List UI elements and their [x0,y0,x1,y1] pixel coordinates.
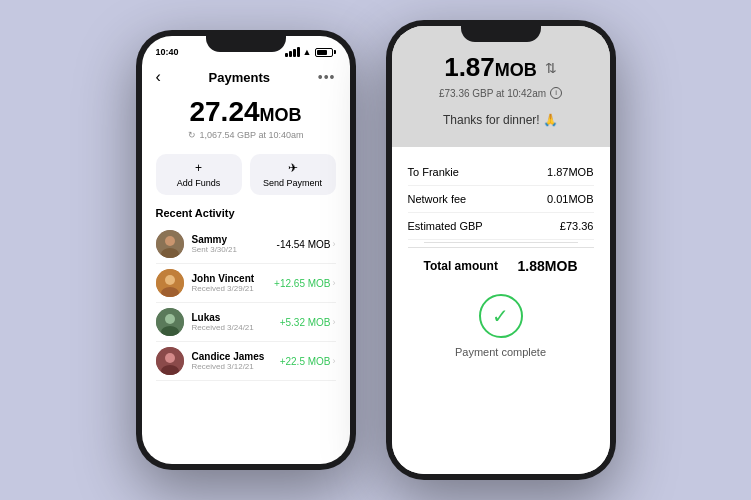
activity-info: John Vincent Received 3/29/21 [192,273,275,293]
payment-main-amount: 1.87MOB [444,52,537,83]
notch-left [206,30,286,52]
balance-amount: 27.24MOB [142,96,350,128]
activity-amount: +5.32 MOB [280,317,331,328]
send-payment-label: Send Payment [263,178,322,188]
signal-bar-2 [289,51,292,57]
chevron-right-icon: › [333,278,336,288]
balance-currency: MOB [260,105,302,125]
avatar-candice-img [156,347,184,375]
activity-info: Lukas Received 3/24/21 [192,312,280,332]
recent-activity-section: Recent Activity Sammy Sent 3/ [142,203,350,387]
payment-amount-number: 1.87 [444,52,495,82]
wifi-icon: ▲ [303,47,312,57]
avatar [156,269,184,297]
detail-row: Estimated GBP £73.36 [408,213,594,240]
action-buttons: + Add Funds ✈ Send Payment [142,148,350,203]
svg-point-1 [165,236,175,246]
complete-section: ✓ Payment complete [408,282,594,374]
payment-complete-screen: 1.87MOB ⇅ £73.36 GBP at 10:42am i Thanks… [392,26,610,474]
activity-amount: +22.5 MOB [280,356,331,367]
avatar [156,308,184,336]
avatar-john-img [156,269,184,297]
detail-row: Network fee 0.01MOB [408,186,594,213]
battery-tip [334,50,336,54]
activity-date: Received 3/24/21 [192,323,280,332]
detail-value: £73.36 [560,220,594,232]
right-phone: 1.87MOB ⇅ £73.36 GBP at 10:42am i Thanks… [386,20,616,480]
detail-label: To Frankie [408,166,459,178]
payment-details: To Frankie 1.87MOB Network fee 0.01MOB E… [392,147,610,474]
chevron-right-icon: › [333,356,336,366]
list-item[interactable]: John Vincent Received 3/29/21 +12.65 MOB… [156,264,336,303]
status-icons: ▲ [285,47,336,57]
list-item[interactable]: Candice James Received 3/12/21 +22.5 MOB… [156,342,336,381]
more-options-button[interactable]: ••• [318,69,336,85]
send-payment-button[interactable]: ✈ Send Payment [250,154,336,195]
payments-screen: 10:40 ▲ [142,36,350,464]
sort-icon: ⇅ [545,60,557,76]
detail-label: Estimated GBP [408,220,483,232]
payment-amount-header: 1.87MOB ⇅ [408,52,594,83]
total-row: Total amount 1.88MOB [408,247,594,282]
activity-amount: +12.65 MOB [274,278,330,289]
avatar [156,230,184,258]
screen-title: Payments [209,70,270,85]
activity-info: Candice James Received 3/12/21 [192,351,280,371]
payment-complete-label: Payment complete [424,346,578,358]
activity-info: Sammy Sent 3/30/21 [192,234,277,254]
activity-name: John Vincent [192,273,275,284]
left-phone: 10:40 ▲ [136,30,356,470]
info-icon[interactable]: i [550,87,562,99]
total-value: 1.88MOB [518,258,578,274]
add-funds-label: Add Funds [177,178,221,188]
balance-section: 27.24MOB ↻ 1,067.54 GBP at 10:40am [142,92,350,148]
activity-date: Received 3/29/21 [192,284,275,293]
activity-amount: -14.54 MOB [277,239,331,250]
scene: 10:40 ▲ [0,0,751,500]
list-item[interactable]: Sammy Sent 3/30/21 -14.54 MOB › [156,225,336,264]
detail-value: 1.87MOB [547,166,593,178]
avatar-lukas-img [156,308,184,336]
send-payment-icon: ✈ [288,161,298,175]
battery-icon [315,48,336,57]
recent-activity-title: Recent Activity [156,207,336,219]
signal-bar-1 [285,53,288,57]
svg-point-7 [165,314,175,324]
list-item[interactable]: Lukas Received 3/24/21 +5.32 MOB › [156,303,336,342]
activity-name: Candice James [192,351,280,362]
activity-name: Sammy [192,234,277,245]
chevron-right-icon: › [333,239,336,249]
gbp-rate-text: £73.36 GBP at 10:42am [439,88,546,99]
divider [424,242,578,243]
signal-bar-3 [293,49,296,57]
avatar [156,347,184,375]
detail-row: To Frankie 1.87MOB [408,159,594,186]
gbp-rate: 1,067.54 GBP at 10:40am [200,130,304,140]
payment-top-section: 1.87MOB ⇅ £73.36 GBP at 10:42am i Thanks… [392,26,610,147]
activity-name: Lukas [192,312,280,323]
total-label: Total amount [424,259,498,273]
payment-gbp-rate: £73.36 GBP at 10:42am i [408,87,594,99]
battery-fill [317,50,328,55]
signal-bar-4 [297,47,300,57]
avatar-sammy-img [156,230,184,258]
activity-date: Received 3/12/21 [192,362,280,371]
notch-right [461,20,541,42]
add-funds-button[interactable]: + Add Funds [156,154,242,195]
back-button[interactable]: ‹ [156,68,161,86]
balance-gbp: ↻ 1,067.54 GBP at 10:40am [142,130,350,140]
balance-number: 27.24 [189,96,259,127]
detail-value: 0.01MOB [547,193,593,205]
svg-point-4 [165,275,175,285]
payments-header: ‹ Payments ••• [142,64,350,92]
payment-amount-currency: MOB [495,60,537,80]
battery-body [315,48,333,57]
thanks-message: Thanks for dinner! 🙏 [408,109,594,131]
refresh-icon: ↻ [188,130,196,140]
svg-point-10 [165,353,175,363]
add-funds-icon: + [195,161,202,175]
signal-bars [285,47,300,57]
activity-date: Sent 3/30/21 [192,245,277,254]
time-display: 10:40 [156,47,179,57]
check-circle-icon: ✓ [479,294,523,338]
